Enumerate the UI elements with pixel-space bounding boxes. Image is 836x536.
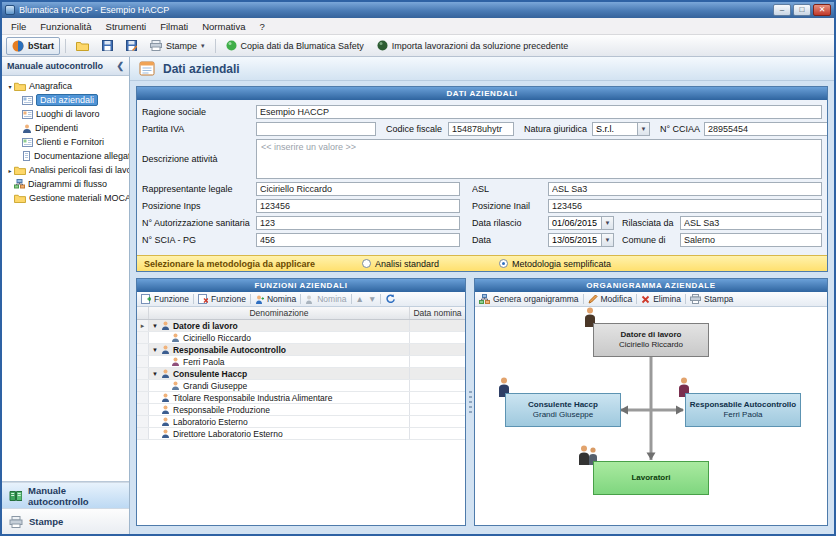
radio-selected-icon[interactable]	[499, 259, 508, 268]
org-chart[interactable]: Datore di lavoro Ciciriello Riccardo Con…	[475, 307, 827, 525]
table-row[interactable]: Laboratorio Esterno	[137, 416, 465, 428]
posizione-inail-field[interactable]	[548, 199, 822, 213]
data-nomina-cell[interactable]	[409, 380, 465, 391]
nav-stampe[interactable]: Stampe	[2, 508, 129, 534]
delete-funzione-button[interactable]: Funzione	[198, 294, 246, 304]
codice-fiscale-field[interactable]	[448, 122, 514, 136]
rappresentante-field[interactable]	[256, 182, 460, 196]
move-up-button[interactable]: ▲	[356, 294, 364, 304]
menu-funzionalita[interactable]: Funzionalità	[33, 19, 98, 34]
data-nomina-cell[interactable]	[409, 356, 465, 367]
data-picker[interactable]: 13/05/2015 ▼	[548, 233, 614, 247]
table-row[interactable]: Ferri Paola	[137, 356, 465, 368]
data-nomina-cell[interactable]	[409, 404, 465, 415]
tree-item-analisi-pericoli[interactable]: ▸ Analisi pericoli fasi di lavoro	[2, 163, 129, 177]
tree-item-gestione-materiali-moca[interactable]: Gestione materiali MOCA	[2, 191, 129, 205]
org-node-datore[interactable]: Datore di lavoro Ciciriello Riccardo	[593, 323, 709, 357]
save-as-button[interactable]	[121, 38, 142, 53]
collapse-sidebar-icon[interactable]: ❮	[116, 62, 124, 71]
expand-caret-icon[interactable]: ▾	[6, 83, 14, 90]
delete-nomina-button[interactable]: Nomina	[305, 294, 346, 304]
tree-item-luoghi-di-lavoro[interactable]: Luoghi di lavoro	[2, 107, 129, 121]
nav-manuale-autocontrollo[interactable]: Manuale autocontrollo	[2, 482, 129, 508]
org-node-responsabile[interactable]: Responsabile Autocontrollo Ferri Paola	[685, 393, 801, 427]
data-nomina-cell[interactable]	[409, 320, 465, 331]
tree-item-anagrafica[interactable]: ▾ Anagrafica	[2, 79, 129, 93]
collapse-caret-icon[interactable]: ▼	[152, 371, 158, 377]
menu-filmati[interactable]: Filmati	[153, 19, 195, 34]
modifica-button[interactable]: Modifica	[588, 294, 633, 304]
ragione-sociale-field[interactable]	[256, 105, 822, 119]
data-nomina-cell[interactable]	[409, 428, 465, 439]
data-nomina-cell[interactable]	[409, 368, 465, 379]
menu-strumenti[interactable]: Strumenti	[99, 19, 154, 34]
stampa-button[interactable]: Stampa	[690, 294, 733, 304]
posizione-inps-field[interactable]	[256, 199, 460, 213]
tree-item-dipendenti[interactable]: Dipendenti	[2, 121, 129, 135]
descrizione-label: Descrizione attività	[142, 154, 256, 164]
autorizzazione-field[interactable]	[256, 216, 460, 230]
add-funzione-button[interactable]: Funzione	[141, 294, 189, 304]
dropdown-arrow-icon[interactable]: ▼	[601, 234, 613, 246]
natura-giuridica-select[interactable]: S.r.l. ▼	[592, 122, 650, 136]
partita-iva-field[interactable]	[256, 122, 376, 136]
minimize-button[interactable]: –	[773, 4, 791, 16]
org-node-consulente[interactable]: Consulente Haccp Grandi Giuseppe	[505, 393, 621, 427]
collapse-caret-icon[interactable]: ▼	[152, 347, 158, 353]
scia-field[interactable]	[256, 233, 460, 247]
move-down-button[interactable]: ▼	[368, 294, 376, 304]
tree-item-dati-aziendali[interactable]: Dati aziendali	[2, 93, 129, 107]
table-row[interactable]: Direttore Laboratorio Esterno	[137, 428, 465, 440]
dropdown-arrow-icon[interactable]: ▼	[637, 123, 649, 135]
tree-item-clienti-fornitori[interactable]: Clienti e Fornitori	[2, 135, 129, 149]
radio-metodologia-semplificata[interactable]: Metodologia semplificata	[499, 259, 611, 269]
cciaa-field[interactable]	[704, 122, 827, 136]
comune-field[interactable]	[680, 233, 822, 247]
table-row[interactable]: Responsabile Produzione	[137, 404, 465, 416]
table-row[interactable]: ▼ Consulente Haccp	[137, 368, 465, 380]
refresh-button[interactable]	[385, 294, 395, 304]
collapse-caret-icon[interactable]: ▼	[152, 323, 158, 329]
table-row[interactable]: ▸ ▼ Datore di lavoro	[137, 320, 465, 332]
stampe-button[interactable]: Stampe ▾	[145, 38, 210, 53]
org-node-lavoratori[interactable]: Lavoratori	[593, 461, 709, 495]
genera-organigramma-button[interactable]: Genera organigramma	[479, 294, 579, 304]
table-row[interactable]: ▼ Responsabile Autocontrollo	[137, 344, 465, 356]
table-row[interactable]: Titolare Responsabile Industria Alimenta…	[137, 392, 465, 404]
radio-analisi-standard[interactable]: Analisi standard	[362, 259, 439, 269]
data-nomina-cell[interactable]	[409, 332, 465, 343]
menu-file[interactable]: File	[4, 19, 33, 34]
data-nomina-cell[interactable]	[409, 416, 465, 427]
copia-safety-button[interactable]: Copia dati da Blumatica Safety	[221, 38, 369, 53]
close-button[interactable]: ✕	[813, 4, 831, 16]
person-icon	[161, 429, 170, 438]
importa-lavorazioni-button[interactable]: Importa lavorazioni da soluzione precede…	[372, 38, 574, 53]
toolbar-separator	[65, 39, 66, 53]
data-nomina-cell[interactable]	[409, 392, 465, 403]
tree-item-diagrammi-di-flusso[interactable]: Diagrammi di flusso	[2, 177, 129, 191]
col-data-nomina[interactable]: Data nomina	[409, 307, 465, 319]
save-button[interactable]	[97, 38, 118, 53]
data-rilascio-picker[interactable]: 01/06/2015 ▼	[548, 216, 614, 230]
row-selector[interactable]: ▸	[137, 320, 149, 331]
col-denominazione[interactable]: Denominazione	[149, 307, 409, 319]
open-button[interactable]	[71, 38, 94, 53]
dropdown-arrow-icon[interactable]: ▼	[601, 217, 613, 229]
descrizione-field[interactable]	[256, 139, 822, 179]
panel-splitter[interactable]	[466, 278, 474, 526]
bstart-button[interactable]: bStart	[6, 37, 60, 55]
table-row[interactable]: Grandi Giuseppe	[137, 380, 465, 392]
radio-icon[interactable]	[362, 259, 371, 268]
data-nomina-cell[interactable]	[409, 344, 465, 355]
menu-normativa[interactable]: Normativa	[195, 19, 252, 34]
rilasciata-da-field[interactable]	[680, 216, 822, 230]
expand-caret-icon[interactable]: ▸	[6, 167, 14, 174]
menu-help[interactable]: ?	[252, 19, 271, 34]
maximize-button[interactable]: □	[793, 4, 811, 16]
title-bar[interactable]: Blumatica HACCP - Esempio HACCP – □ ✕	[2, 2, 834, 18]
elimina-button[interactable]: Elimina	[641, 294, 681, 304]
asl-field[interactable]	[548, 182, 822, 196]
add-nomina-button[interactable]: Nomina	[255, 294, 296, 304]
tree-item-documentazione-allegata[interactable]: Documentazione allegata	[2, 149, 129, 163]
table-row[interactable]: Ciciriello Riccardo	[137, 332, 465, 344]
